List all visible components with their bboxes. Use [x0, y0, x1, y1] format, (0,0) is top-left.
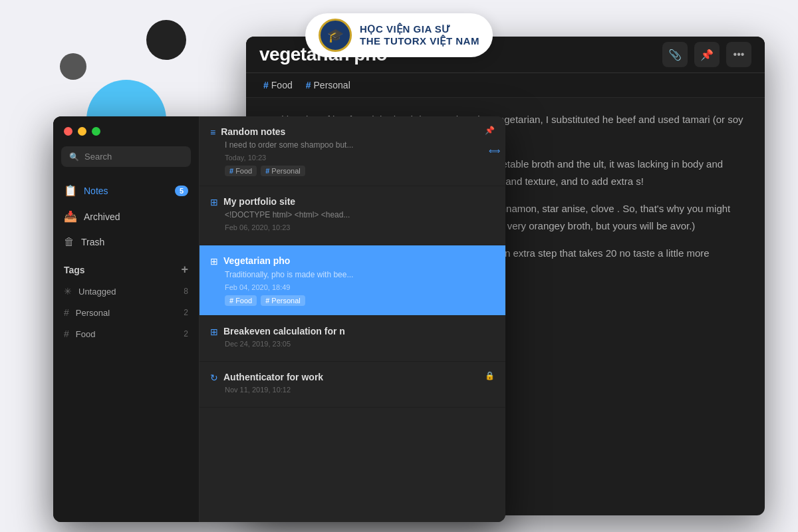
search-icon: 🔍	[69, 152, 79, 162]
note-date-portfolio: Feb 06, 2020, 10:23	[225, 223, 495, 231]
note-item-authenticator[interactable]: ↻ Authenticator for work 🔒 Nov 11, 2019,…	[200, 362, 505, 408]
bg-decoration-dark1	[146, 20, 186, 60]
trash-icon: 🗑	[64, 236, 74, 248]
archived-icon: 📥	[64, 210, 77, 223]
traffic-lights	[53, 127, 199, 146]
pin-button[interactable]: 📌	[694, 42, 720, 67]
untagged-label: Untagged	[78, 287, 116, 297]
sidebar-trash-label: Trash	[81, 237, 104, 247]
note-date-random: Today, 10:23	[225, 154, 495, 162]
note-item-breakeven[interactable]: ⊞ Breakeven calculation for n Dec 24, 20…	[200, 316, 505, 362]
notes-window: 🔍 Search 📋 Notes 5 📥 Archived 🗑 Trash Ta…	[53, 116, 505, 522]
note-title-random: Random notes	[221, 126, 479, 138]
sidebar-archived-label: Archived	[84, 211, 120, 222]
resize-icon-random: ⟺	[489, 146, 500, 156]
note-tag-personal-random: #Personal	[261, 166, 305, 176]
sidebar-tag-personal[interactable]: # Personal 2	[53, 302, 199, 323]
sidebar: 🔍 Search 📋 Notes 5 📥 Archived 🗑 Trash Ta…	[53, 116, 200, 522]
main-tags-bar: # Food # Personal	[246, 73, 765, 98]
more-button[interactable]: •••	[726, 42, 751, 67]
search-bar[interactable]: 🔍 Search	[61, 146, 191, 167]
logo-icon: 🎓	[319, 19, 352, 52]
note-title-breakeven: Breakeven calculation for n	[223, 325, 495, 337]
note-icon-breakeven: ⊞	[210, 327, 218, 337]
note-title-pho: Vegetarian pho	[223, 255, 495, 267]
note-tag-personal-pho: #Personal	[261, 295, 305, 306]
sidebar-item-archived[interactable]: 📥 Archived	[53, 203, 199, 229]
close-button[interactable]	[64, 127, 72, 136]
notes-list: ≡ Random notes 📌 ⟺ I need to order some …	[200, 116, 505, 522]
attach-button[interactable]: 📎	[662, 42, 688, 67]
logo-line2: THE TUTORX VIỆT NAM	[360, 35, 479, 47]
note-title-authenticator: Authenticator for work	[223, 371, 477, 383]
personal-label: Personal	[76, 308, 110, 318]
note-tags-pho: #Food #Personal	[225, 295, 495, 306]
notes-badge: 5	[175, 186, 188, 196]
logo-line1: HỌC VIỆN GIA SƯ	[360, 23, 479, 35]
note-date-pho: Feb 04, 2020, 18:49	[225, 283, 495, 291]
note-date-breakeven: Dec 24, 2019, 23:05	[225, 340, 495, 348]
note-icon-authenticator: ↻	[210, 372, 218, 383]
note-icon-portfolio: ⊞	[210, 197, 218, 207]
sidebar-item-notes[interactable]: 📋 Notes 5	[53, 178, 199, 203]
logo-badge: 🎓 HỌC VIỆN GIA SƯ THE TUTORX VIỆT NAM	[305, 13, 493, 57]
note-item-vegetarian-pho[interactable]: ⊞ Vegetarian pho Traditionally, pho is m…	[200, 245, 505, 315]
tags-label: Tags	[64, 265, 85, 275]
notes-icon: 📋	[64, 184, 77, 197]
note-item-portfolio[interactable]: ⊞ My portfolio site <!DOCTYPE html> <htm…	[200, 186, 505, 245]
note-title-portfolio: My portfolio site	[223, 196, 495, 207]
titlebar-actions: 📎 📌 •••	[662, 42, 751, 67]
food-badge: 2	[184, 329, 188, 338]
note-icon-pho: ⊞	[210, 256, 218, 267]
search-placeholder: Search	[84, 152, 112, 162]
lock-icon: 🔒	[485, 371, 495, 380]
sidebar-tag-food[interactable]: # Food 2	[53, 323, 199, 344]
minimize-button[interactable]	[78, 127, 86, 136]
personal-tag-icon: #	[64, 307, 69, 318]
sidebar-item-trash[interactable]: 🗑 Trash	[53, 229, 199, 255]
food-label: Food	[76, 329, 96, 339]
food-tag-icon: #	[64, 329, 69, 339]
note-date-authenticator: Nov 11, 2019, 10:12	[225, 386, 495, 394]
tags-section-header: Tags +	[53, 255, 199, 281]
note-tag-food-pho: #Food	[225, 295, 257, 306]
note-preview-pho: Traditionally, pho is made with bee...	[225, 270, 495, 279]
bg-decoration-dark2	[60, 53, 86, 80]
note-preview-random: I need to order some shampoo but...	[225, 140, 495, 150]
personal-badge: 2	[184, 308, 188, 317]
note-tags-random: #Food #Personal	[225, 166, 495, 176]
tag-chip-food[interactable]: # Food	[259, 78, 297, 92]
pin-icon-random: 📌	[485, 126, 495, 135]
note-preview-portfolio: <!DOCTYPE html> <html> <head...	[225, 210, 495, 219]
maximize-button[interactable]	[92, 127, 100, 136]
sidebar-tag-untagged[interactable]: ✳ Untagged 8	[53, 281, 199, 302]
untagged-icon: ✳	[64, 286, 72, 297]
note-icon-random: ≡	[210, 127, 215, 138]
note-item-random-notes[interactable]: ≡ Random notes 📌 ⟺ I need to order some …	[200, 116, 505, 186]
sidebar-notes-label: Notes	[84, 186, 108, 196]
add-tag-button[interactable]: +	[181, 263, 188, 277]
logo-text: HỌC VIỆN GIA SƯ THE TUTORX VIỆT NAM	[360, 23, 479, 47]
tag-chip-personal[interactable]: # Personal	[302, 78, 354, 92]
note-tag-food-random: #Food	[225, 166, 257, 176]
untagged-badge: 8	[184, 287, 188, 296]
